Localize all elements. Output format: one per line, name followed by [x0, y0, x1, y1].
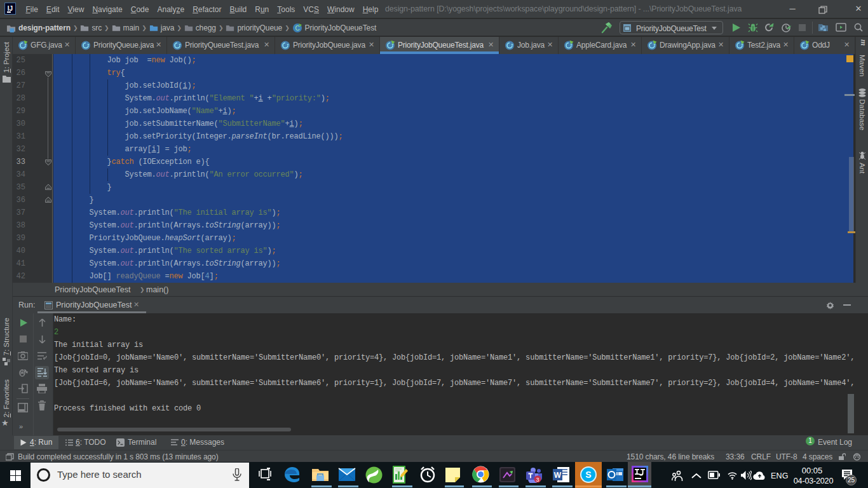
svg-text:3: 3 [536, 477, 539, 483]
svg-text:S: S [585, 470, 591, 480]
svg-text:C: C [295, 25, 299, 32]
svg-text:W: W [554, 471, 562, 480]
